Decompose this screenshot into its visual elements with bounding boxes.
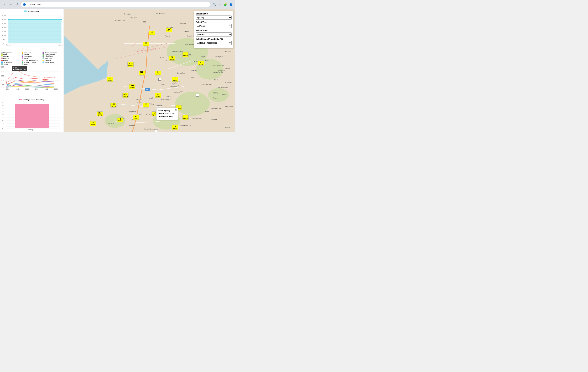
chart1-title: Issues Count xyxy=(1,10,63,12)
browser-toolbar: ← → ↺ 🔵 127.0.0.1:5000 🔍 ☆ 🧩 👤 xyxy=(0,0,235,9)
select-issue-label: Select Issue: xyxy=(196,12,231,15)
map-marker-m2[interactable]: 117lighting xyxy=(166,28,172,32)
controls-panel: Select Issue: lighting Select Year: All … xyxy=(194,11,233,48)
svg-text:2018: 2018 xyxy=(6,88,10,90)
map-marker-square-sq2 xyxy=(196,94,199,97)
svg-text:10,000: 10,000 xyxy=(1,35,6,36)
map-marker-m13[interactable]: 3506lighting xyxy=(129,84,135,89)
svg-text:25,000: 25,000 xyxy=(1,23,6,24)
svg-text:60: 60 xyxy=(2,111,3,112)
forward-button[interactable]: → xyxy=(8,2,13,7)
select-prob-label: Select Issue Probability (%): xyxy=(196,38,231,40)
svg-text:0: 0 xyxy=(3,43,4,44)
svg-rect-70 xyxy=(15,104,49,128)
popup-issue-row: Issue: lighting xyxy=(158,109,174,112)
select-year-label: Select Year: xyxy=(196,21,231,23)
svg-text:90: 90 xyxy=(2,102,3,104)
svg-point-41 xyxy=(15,69,16,70)
map-marker-m11[interactable]: 12061lighting xyxy=(107,77,113,82)
back-button[interactable]: ← xyxy=(2,2,7,7)
svg-point-44 xyxy=(44,77,45,78)
svg-text:50: 50 xyxy=(2,84,4,86)
svg-text:2022: 2022 xyxy=(45,88,48,90)
svg-point-40 xyxy=(6,81,7,82)
map-marker-m20[interactable]: 357lighting xyxy=(97,111,103,116)
left-panel: Issues Count 35,000 30,000 25,000 20,000… xyxy=(0,9,64,132)
map-marker-m5[interactable]: 22lighting xyxy=(182,52,188,57)
bookmark-btn[interactable]: ☆ xyxy=(217,2,222,7)
refresh-button[interactable]: ↺ xyxy=(14,2,19,7)
search-btn[interactable]: 🔍 xyxy=(212,2,217,7)
popup-close-button[interactable]: ✕ xyxy=(175,108,177,112)
browser-actions: 🔍 ☆ 🧩 👤 xyxy=(212,2,233,7)
main-container: Issues Count 35,000 30,000 25,000 20,000… xyxy=(0,9,235,132)
svg-text:30,000: 30,000 xyxy=(1,19,6,21)
map-marker-m22[interactable]: 11lighting xyxy=(182,115,188,120)
svg-text:0: 0 xyxy=(3,87,3,88)
svg-text:5,000: 5,000 xyxy=(2,39,6,40)
select-prob-dropdown[interactable]: All Issue Probabilities xyxy=(196,41,231,45)
svg-text:50: 50 xyxy=(2,114,3,115)
map-marker-m10[interactable]: 334lighting xyxy=(155,71,161,75)
legend-skagiopoulio: Skagiopoulio xyxy=(1,52,21,54)
map-popup[interactable]: ✕ Issue: lighting Area: Kristallovrisis … xyxy=(156,108,178,120)
map-marker-m8[interactable]: 5210lighting xyxy=(127,62,134,67)
svg-text:40: 40 xyxy=(2,117,3,118)
svg-text:20,000: 20,000 xyxy=(1,27,6,28)
svg-text:150: 150 xyxy=(1,75,4,77)
chart3-title: Average Issue Probability xyxy=(1,98,63,101)
map-marker-m15[interactable]: 951lighting xyxy=(155,93,161,97)
map-marker-m6[interactable]: 26lighting xyxy=(169,56,175,61)
svg-text:2019: 2019 xyxy=(16,88,19,90)
address-bar[interactable]: 🔵 127.0.0.1:5000 xyxy=(21,2,210,7)
svg-point-43 xyxy=(34,76,35,77)
select-area-label: Select Area: xyxy=(196,30,231,32)
map-marker-m7[interactable]: 8lighting xyxy=(198,61,204,65)
map-marker-m9[interactable]: 522lighting xyxy=(139,71,145,75)
avg-probability-chart: Average Issue Probability 90 80 70 60 50… xyxy=(0,98,63,132)
map-marker-m3[interactable]: 875lighting xyxy=(143,42,149,46)
select-area-dropdown[interactable]: All Areas xyxy=(196,32,231,36)
chart2-legend: Skagiopoulio Kria_Itewn Triwm_Navarchwn … xyxy=(1,52,63,65)
chart1-svg: 35,000 30,000 25,000 20,000 15,000 10,00… xyxy=(1,13,63,46)
extensions-btn[interactable]: 🧩 xyxy=(223,2,228,7)
svg-text:lighting: lighting xyxy=(58,44,63,46)
svg-text:200: 200 xyxy=(1,71,4,72)
map-marker-m14[interactable]: 4652lighting xyxy=(122,93,128,97)
svg-text:15,000: 15,000 xyxy=(1,31,6,32)
select-year-dropdown[interactable]: All Years xyxy=(196,24,231,28)
svg-marker-16 xyxy=(9,20,62,43)
url-text: 127.0.0.1:5000 xyxy=(27,3,42,6)
svg-point-45 xyxy=(54,77,55,78)
svg-point-18 xyxy=(8,19,9,20)
map-marker-m1[interactable]: 153lighting xyxy=(149,31,155,35)
svg-text:100: 100 xyxy=(1,80,4,81)
svg-text:2023: 2023 xyxy=(54,88,58,90)
svg-text:0: 0 xyxy=(2,128,3,129)
profile-btn[interactable]: 👤 xyxy=(228,2,233,7)
map-container[interactable]: A5 Μολύκρειο Πέραμα Κάτω Βασιλική EOS Ευ… xyxy=(64,9,235,132)
svg-text:2021: 2021 xyxy=(35,88,38,90)
map-marker-m16[interactable]: 1138lighting xyxy=(110,103,116,107)
svg-text:lighting: lighting xyxy=(6,44,11,46)
map-marker-m17[interactable]: 917lighting xyxy=(143,103,149,107)
svg-text:80: 80 xyxy=(2,105,3,106)
svg-point-42 xyxy=(25,74,26,75)
map-marker-m24[interactable]: 234lighting xyxy=(90,121,96,126)
map-marker-m25[interactable]: 8lighting xyxy=(172,125,178,130)
map-marker-m21[interactable]: 193lighting xyxy=(133,115,139,120)
svg-text:lighting: lighting xyxy=(28,129,33,130)
svg-point-47 xyxy=(15,77,16,78)
svg-point-19 xyxy=(61,19,62,20)
issues-count-chart: Issues Count 35,000 30,000 25,000 20,000… xyxy=(0,9,63,51)
map-marker-square-sq3 xyxy=(155,129,158,132)
svg-text:10: 10 xyxy=(2,125,3,127)
select-issue-dropdown[interactable]: lighting xyxy=(196,15,231,20)
svg-text:20: 20 xyxy=(2,122,3,124)
map-marker-m23[interactable]: 2lighting xyxy=(117,118,123,122)
svg-text:250: 250 xyxy=(1,66,4,68)
svg-point-46 xyxy=(6,82,6,83)
chart3-svg: 90 80 70 60 50 40 30 20 10 0 xyxy=(1,101,63,130)
svg-text:30: 30 xyxy=(2,119,3,121)
map-marker-m12[interactable]: 2lighting xyxy=(172,77,178,82)
